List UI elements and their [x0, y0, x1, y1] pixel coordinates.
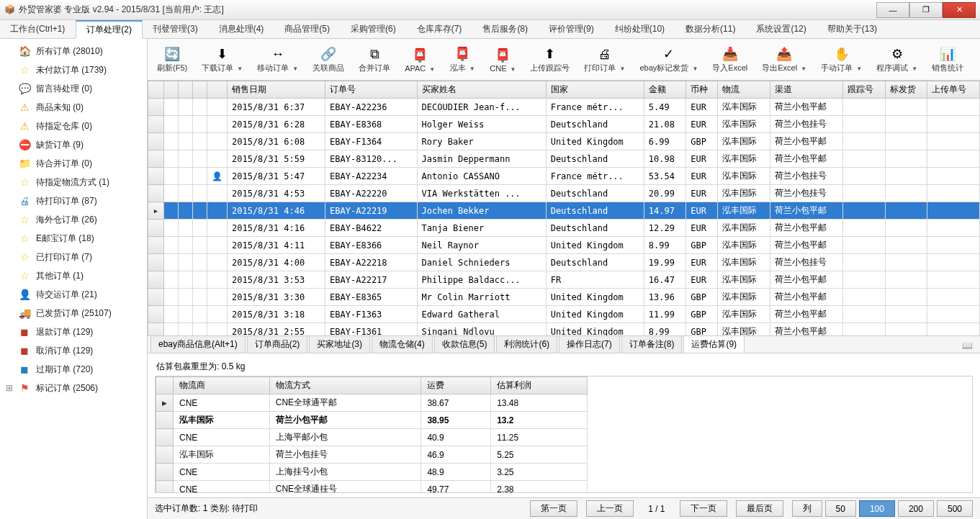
main-tab-7[interactable]: 售后服务(8) [472, 20, 539, 38]
sidebar-item-4[interactable]: ⚠待指定仓库 (0) [0, 117, 147, 135]
grid-header-13[interactable]: 跟踪号 [843, 81, 885, 99]
pagesize-500[interactable]: 500 [937, 500, 973, 517]
sidebar-item-13[interactable]: 👤待交运订单 (21) [0, 285, 147, 304]
main-tab-0[interactable]: 工作台(Ctrl+1) [0, 20, 76, 38]
toolbar-合并订单[interactable]: ⧉合并订单 [354, 41, 395, 78]
orders-grid-wrap[interactable]: 销售日期订单号买家姓名国家金额币种物流渠道跟踪号标发货上传单号2015/8/31… [148, 81, 980, 336]
detail-row[interactable]: CNECNE全球通平邮38.6713.48 [156, 394, 588, 412]
table-row[interactable]: 2015/8/31 6:37EBAY-A22236DECOUDIER Jean-… [148, 99, 980, 116]
table-row[interactable]: 2015/8/31 4:53EBAY-A22220VIA Werkstätten… [148, 185, 980, 202]
detail-grid-wrap[interactable]: 物流商物流方式运费估算利润CNECNE全球通平邮38.6713.48泓丰国际荷兰… [155, 376, 973, 493]
grid-header-2[interactable] [179, 81, 193, 99]
grid-header-12[interactable]: 渠道 [770, 81, 843, 99]
table-row[interactable]: 2015/8/31 5:59EBAY-83120...Jasmin Depper… [148, 150, 980, 168]
minimize-button[interactable]: — [876, 2, 909, 18]
table-row[interactable]: 2015/8/31 4:46EBAY-A22219Jochen BekkerDe… [148, 202, 980, 220]
detail-row[interactable]: CNECNE全球通挂号49.772.38 [156, 481, 588, 494]
detail-tab-6[interactable]: 操作日志(7) [559, 335, 620, 353]
close-button[interactable]: ✕ [943, 2, 976, 18]
toolbar-CNE[interactable]: 📮CNE ▼ [485, 41, 521, 78]
toolbar-泓丰[interactable]: 📮泓丰 ▼ [444, 41, 480, 78]
sidebar-item-0[interactable]: 🏠所有订单 (28010) [0, 42, 147, 60]
maximize-button[interactable]: ❐ [909, 2, 943, 18]
prev-page-button[interactable]: 上一页 [586, 500, 634, 517]
detail-tab-5[interactable]: 利润统计(6) [496, 335, 557, 353]
toolbar-程序调试[interactable]: ⚙程序调试 ▼ [871, 41, 922, 78]
first-page-button[interactable]: 第一页 [530, 500, 577, 517]
pagesize-100[interactable]: 100 [859, 500, 895, 517]
table-row[interactable]: 2015/8/31 2:55EBAY-F1361Singani NdlovuUn… [148, 323, 980, 337]
toolbar-关联商品[interactable]: 🔗关联商品 [307, 41, 349, 78]
detail-header-0[interactable]: 物流商 [174, 377, 270, 394]
grid-header-14[interactable]: 标发货 [885, 81, 927, 99]
main-tab-12[interactable]: 帮助关于(13) [817, 20, 888, 38]
sidebar-item-9[interactable]: ☆海外仓订单 (26) [0, 210, 147, 229]
sidebar-item-6[interactable]: 📁待合并订单 (0) [0, 154, 147, 173]
detail-header-2[interactable]: 运费 [421, 377, 491, 394]
toolbar-上传跟踪号[interactable]: ⬆上传跟踪号 [525, 41, 575, 78]
sidebar-item-10[interactable]: ☆E邮宝订单 (18) [0, 229, 147, 248]
sidebar-item-14[interactable]: 🚚已发货订单 (25107) [0, 304, 147, 322]
grid-header-1[interactable] [164, 81, 179, 99]
grid-header-11[interactable]: 物流 [718, 81, 770, 99]
table-row[interactable]: 2015/8/31 3:53EBAY-A22217Philippe Baldac… [148, 271, 980, 289]
list-label[interactable]: 列 [792, 500, 822, 517]
toolbar-ebay标记发货[interactable]: ✓ebay标记发货 ▼ [634, 41, 703, 78]
last-page-button[interactable]: 最后页 [736, 500, 783, 517]
main-tab-3[interactable]: 消息处理(4) [209, 20, 275, 38]
detail-header-3[interactable]: 估算利润 [491, 377, 588, 394]
toolbar-APAC[interactable]: 📮APAC ▼ [400, 41, 440, 78]
main-tab-2[interactable]: 刊登管理(3) [143, 20, 209, 38]
toolbar-销售统计[interactable]: 📊销售统计 [927, 41, 968, 78]
sidebar-item-2[interactable]: 💬留言待处理 (0) [0, 79, 147, 98]
next-page-button[interactable]: 下一页 [680, 500, 727, 517]
grid-header-10[interactable]: 币种 [686, 81, 718, 99]
toolbar-下载订单[interactable]: ⬇下载订单 ▼ [197, 41, 248, 78]
main-tab-4[interactable]: 商品管理(5) [274, 20, 341, 38]
grid-header-4[interactable] [207, 81, 228, 99]
grid-header-9[interactable]: 金额 [644, 81, 686, 99]
sidebar-item-11[interactable]: ☆已打印订单 (7) [0, 248, 147, 266]
sidebar-item-7[interactable]: ☆待指定物流方式 (1) [0, 173, 147, 191]
detail-tab-7[interactable]: 订单备注(8) [621, 335, 683, 353]
pagesize-200[interactable]: 200 [898, 500, 934, 517]
table-row[interactable]: 👤2015/8/31 5:47EBAY-A22234Antonio CASSAN… [148, 168, 980, 185]
grid-header-15[interactable]: 上传单号 [927, 81, 980, 99]
sidebar-item-3[interactable]: ⚠商品未知 (0) [0, 98, 147, 117]
toolbar-打印订单[interactable]: 🖨打印订单 ▼ [579, 41, 630, 78]
main-tab-8[interactable]: 评价管理(9) [539, 20, 605, 38]
toolbar-移动订单[interactable]: ↔移动订单 ▼ [252, 41, 303, 78]
grid-header-5[interactable]: 销售日期 [228, 81, 325, 99]
sidebar-item-18[interactable]: ⊞⚑标记订单 (2506) [0, 379, 147, 397]
detail-tab-8[interactable]: 运费估算(9) [683, 335, 745, 353]
main-tab-11[interactable]: 系统设置(12) [746, 20, 817, 38]
main-tab-5[interactable]: 采购管理(6) [341, 20, 407, 38]
table-row[interactable]: 2015/8/31 6:08EBAY-F1364Rory BakerUnited… [148, 133, 980, 150]
sidebar-item-5[interactable]: ⛔缺货订单 (9) [0, 135, 147, 154]
main-tab-9[interactable]: 纠纷处理(10) [605, 20, 675, 38]
grid-header-3[interactable] [193, 81, 207, 99]
table-row[interactable]: 2015/8/31 4:16EBAY-B4622Tanja BienerDeut… [148, 220, 980, 237]
detail-tab-3[interactable]: 物流仓储(4) [372, 335, 433, 353]
grid-header-8[interactable]: 国家 [546, 81, 644, 99]
toolbar-手动订单[interactable]: ✋手动订单 ▼ [816, 41, 867, 78]
grid-header-7[interactable]: 买家姓名 [417, 81, 546, 99]
detail-row[interactable]: 泓丰国际荷兰小包挂号46.95.25 [156, 446, 588, 464]
sidebar-item-1[interactable]: ☆未付款订单 (1739) [0, 60, 147, 79]
table-row[interactable]: 2015/8/31 3:18EBAY-F1363Edward GatheralU… [148, 306, 980, 323]
detail-row[interactable]: CNE上海平邮小包40.911.25 [156, 429, 588, 446]
sidebar-item-15[interactable]: ◼退款订单 (129) [0, 322, 147, 341]
detail-tab-2[interactable]: 买家地址(3) [309, 335, 370, 353]
sidebar-item-8[interactable]: 🖨待打印订单 (87) [0, 191, 147, 210]
grid-header-6[interactable]: 订单号 [325, 81, 417, 99]
main-tab-6[interactable]: 仓库库存(7) [407, 20, 473, 38]
detail-tab-1[interactable]: 订单商品(2) [247, 335, 308, 353]
pagesize-50[interactable]: 50 [825, 500, 856, 517]
grid-header-0[interactable] [148, 81, 164, 99]
table-row[interactable]: 2015/8/31 3:30EBAY-E8365Mr Colin Marriot… [148, 289, 980, 306]
detail-tab-4[interactable]: 收款信息(5) [434, 335, 495, 353]
sidebar-item-12[interactable]: ☆其他订单 (1) [0, 266, 147, 285]
detail-row[interactable]: CNE上海挂号小包48.93.25 [156, 464, 588, 481]
table-row[interactable]: 2015/8/31 4:00EBAY-A22218Daniel Schniede… [148, 254, 980, 271]
main-tab-1[interactable]: 订单处理(2) [76, 20, 143, 39]
